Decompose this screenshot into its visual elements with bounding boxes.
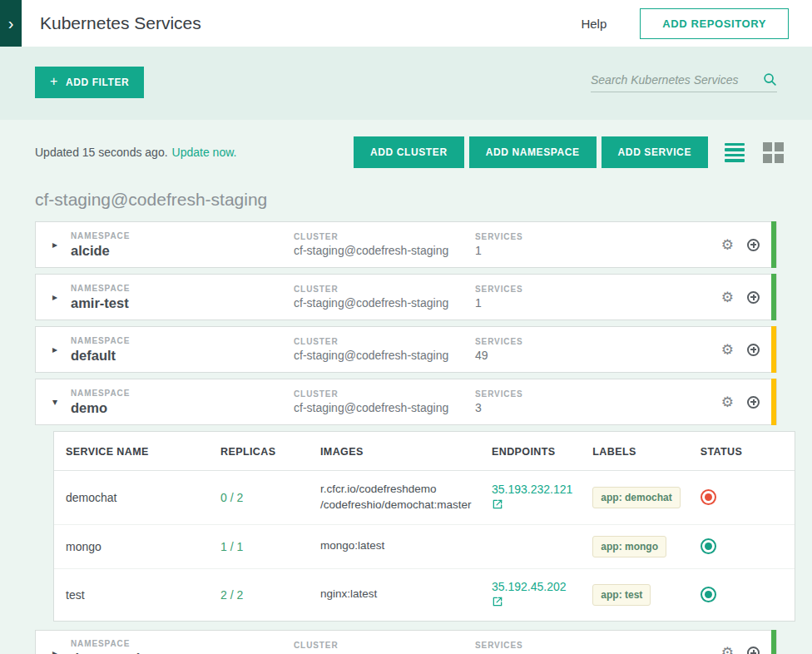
namespace-name-column: NAMESPACE demo [71,389,294,416]
main-content: Updated 15 seconds ago. Update now. ADD … [0,120,812,654]
replicas-cell: 2 / 2 [210,568,310,621]
status-indicator-dot [705,493,712,501]
namespace-chevron-icon[interactable]: ▸ [52,291,71,303]
namespace-status-bar [771,326,776,373]
cluster-column: CLUSTER cf-staging@codefresh-staging [294,337,475,362]
label-badge: app: demochat [592,487,680,508]
status-indicator [701,587,716,602]
cluster-label: CLUSTER [294,389,475,399]
add-filter-label: ADD FILTER [66,77,129,88]
gear-icon[interactable] [721,646,734,654]
help-link[interactable]: Help [581,17,607,31]
namespace-chevron-icon[interactable]: ▸ [52,239,71,250]
namespace-row[interactable]: ▸ NAMESPACE amir-test CLUSTER cf-staging… [35,274,777,320]
namespace-label: NAMESPACE [71,231,294,240]
add-cluster-button[interactable]: ADD CLUSTER [354,136,464,168]
status-indicator-dot [705,543,712,550]
add-filter-button[interactable]: ADD FILTER [35,67,144,98]
external-link-icon[interactable] [492,498,503,510]
images-cell: r.cfcr.io/codefreshdemo/codefreshio/demo… [310,471,482,525]
updated-text: Updated 15 seconds ago. [35,146,168,159]
namespace-chevron-icon[interactable]: ▾ [52,396,71,408]
cluster-column: CLUSTER cf-staging@codefresh-staging [294,389,475,414]
cluster-value: cf-staging@codefresh-staging [294,296,475,310]
service-table-header-row: SERVICE NAMEREPLICASIMAGESENDPOINTSLABEL… [54,432,795,471]
namespace-name-column: NAMESPACE default [71,336,294,364]
add-service-button[interactable]: ADD SERVICE [602,136,708,168]
add-namespace-button[interactable]: ADD NAMESPACE [469,136,597,168]
service-row[interactable]: demochat0 / 2r.cfcr.io/codefreshdemo/cod… [54,471,795,525]
services-count: 49 [475,349,721,362]
update-now-link[interactable]: Update now. [172,146,237,159]
namespace-status-bar [771,274,776,320]
services-label: SERVICES [475,389,721,399]
services-column: SERVICES 49 [475,337,721,362]
search-input[interactable] [591,73,756,87]
endpoints-cell [482,524,582,568]
endpoints-cell: 35.193.232.121 [482,471,582,525]
namespace-row[interactable]: ▸ NAMESPACE default CLUSTER cf-staging@c… [35,326,777,373]
external-link-icon[interactable] [492,596,503,607]
add-service-icon[interactable] [747,291,760,304]
cluster-column: CLUSTER cf-staging@codefresh-staging [294,641,475,654]
cluster-column: CLUSTER cf-staging@codefresh-staging [294,232,475,257]
namespace-name: dev-tunneler-server [71,651,294,654]
namespace-status-bar [771,379,776,425]
labels-cell: app: demochat [582,471,690,525]
service-name-cell: test [54,568,210,621]
add-service-icon[interactable] [747,344,760,356]
services-count: 1 [475,244,721,257]
grid-view-icon[interactable] [763,142,784,163]
service-name-cell: demochat [54,471,210,525]
namespace-name: default [71,348,294,364]
sidebar-toggle-chevron-icon[interactable] [0,0,22,47]
view-toggles [725,142,784,163]
namespace-chevron-icon[interactable]: ▸ [52,344,71,355]
list-view-icon[interactable] [725,143,745,162]
image-line: nginx:latest [320,587,472,602]
namespace-name: amir-test [71,295,294,311]
services-column: SERVICES 1 [475,285,721,310]
cluster-label: CLUSTER [294,337,475,346]
endpoint-link[interactable]: 35.193.232.121 [492,483,572,496]
add-repository-button[interactable]: ADD REPOSITORY [640,8,789,39]
add-service-icon[interactable] [747,396,760,409]
cluster-section-title: cf-staging@codefresh-staging [35,190,777,210]
services-label: SERVICES [475,285,721,294]
action-buttons: ADD CLUSTER ADD NAMESPACE ADD SERVICE [354,136,708,168]
service-table-header-endpoints: ENDPOINTS [482,432,582,471]
service-row[interactable]: mongo1 / 1mongo:latestapp: mongo [54,524,795,568]
namespace-row[interactable]: ▸ NAMESPACE dev-tunneler-server CLUSTER … [35,630,777,654]
service-row[interactable]: test2 / 2nginx:latest35.192.45.202app: t… [54,568,795,621]
replicas-cell: 1 / 1 [210,524,310,568]
cluster-label: CLUSTER [294,641,475,650]
gear-icon[interactable] [721,290,734,305]
replicas-link[interactable]: 2 / 2 [220,588,243,602]
cluster-label: CLUSTER [294,232,475,241]
replicas-link[interactable]: 1 / 1 [220,540,243,553]
gear-icon[interactable] [721,395,734,409]
endpoint-link[interactable]: 35.192.45.202 [492,580,572,593]
namespace-chevron-icon[interactable]: ▸ [52,647,71,654]
namespace-row[interactable]: ▾ NAMESPACE demo CLUSTER cf-staging@code… [35,379,777,425]
status-cell [691,524,795,568]
gear-icon[interactable] [721,343,734,357]
cluster-value: cf-staging@codefresh-staging [294,244,475,257]
services-count: 3 [475,401,721,414]
namespace-name-column: NAMESPACE amir-test [71,284,294,311]
image-line: r.cfcr.io/codefreshdemo [320,482,472,498]
cluster-value: cf-staging@codefresh-staging [294,401,475,414]
add-service-icon[interactable] [747,647,760,654]
namespace-name-column: NAMESPACE alcide [71,231,294,259]
gear-icon[interactable] [721,238,734,252]
labels-cell: app: mongo [582,524,690,568]
add-service-icon[interactable] [747,239,760,251]
status-indicator [701,538,716,554]
status-row: Updated 15 seconds ago. Update now. ADD … [35,136,784,168]
namespace-label: NAMESPACE [71,389,294,398]
replicas-cell: 0 / 2 [210,471,310,525]
search-icon[interactable] [763,72,777,87]
label-badge: app: test [592,584,651,606]
replicas-link[interactable]: 0 / 2 [220,491,243,504]
namespace-row[interactable]: ▸ NAMESPACE alcide CLUSTER cf-staging@co… [35,221,777,268]
